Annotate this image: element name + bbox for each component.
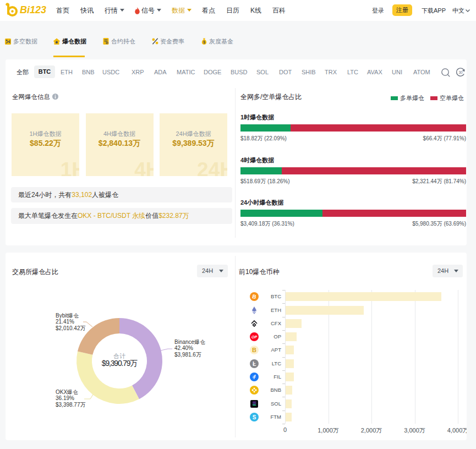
svg-text:$: $: [203, 40, 205, 45]
